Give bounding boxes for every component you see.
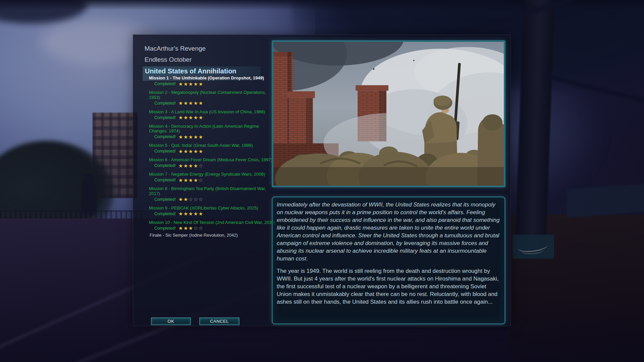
tree-canopy	[0, 0, 87, 23]
star-rating: ★★★☆☆	[178, 226, 204, 231]
campaign-item-endless-october[interactable]: Endless October	[145, 56, 277, 64]
star-rating: ★★★★★	[178, 149, 204, 154]
fence	[0, 210, 146, 225]
background-building	[93, 113, 138, 198]
finale-item[interactable]: Finale - Sic Semper (Iodine Revolution, …	[143, 233, 277, 238]
mission-item[interactable]: Mission 3 - A Land War In Asia (US Invas…	[143, 110, 277, 120]
cancel-button[interactable]: CANCEL	[199, 317, 239, 325]
mission-status-row: Completed! ★★★★★	[143, 115, 277, 120]
mission-status-row: Completed! ★★★☆☆	[143, 226, 277, 231]
bushes	[0, 141, 114, 245]
mission-item[interactable]: Mission 8 - Birmingham Tea Party (Britis…	[143, 186, 277, 202]
campaign-select-dialog: MacArthur's Revenge Endless October Unit…	[133, 35, 511, 326]
graffiti-mark	[520, 245, 544, 255]
mission-item[interactable]: Mission 5 - Quit, India! (Great South As…	[143, 143, 277, 154]
campaign-item-united-states-of-annihilation[interactable]: United States of Annihilation	[143, 66, 261, 76]
star-rating: ★★★★★	[178, 81, 204, 86]
completed-label: Completed!	[154, 178, 176, 182]
mission-status-row: Completed! ★★★★★	[143, 101, 277, 106]
completed-label: Completed!	[154, 226, 176, 231]
awning	[567, 184, 644, 218]
mission-item[interactable]: Mission 6 - American Fever Dream (Medusa…	[143, 158, 277, 168]
mission-status-row: Completed! ★★★★★	[143, 148, 277, 154]
star-rating: ★★★★★	[178, 101, 204, 106]
mission-item[interactable]: Mission 7 - Negative Energy (Energy Synd…	[143, 172, 277, 183]
completed-label: Completed!	[154, 115, 176, 120]
mission-title: Mission 3 - A Land War In Asia (US Invas…	[143, 110, 265, 115]
graffiti-mark	[517, 239, 548, 254]
star-rating: ★★★★★	[178, 115, 204, 120]
mission-item[interactable]: Mission 10 - New Kind Of Tension (2nd Am…	[143, 220, 277, 231]
completed-label: Completed!	[154, 163, 176, 168]
tree-trunk	[515, 0, 554, 258]
star-rating: ★★★★☆	[178, 178, 204, 183]
completed-label: Completed!	[154, 212, 176, 216]
mission-list: Mission 1 - The Unthinkable (Operation D…	[143, 76, 277, 231]
completed-label: Completed!	[154, 149, 176, 154]
ok-button[interactable]: OK	[151, 317, 191, 325]
graffiti-sign	[513, 235, 554, 259]
star-rating: ★★★★☆	[178, 163, 204, 168]
campaign-description: Immediately after the devastation of WWI…	[272, 196, 505, 324]
mission-preview-image	[272, 40, 505, 187]
mission-status-row: Completed! ★★★★★	[143, 134, 277, 139]
star-rating: ★★☆☆☆	[178, 197, 204, 202]
campaign-item-macarthurs-revenge[interactable]: MacArthur's Revenge	[145, 45, 277, 53]
mission-title: Mission 10 - New Kind Of Tension (2nd Am…	[143, 220, 275, 225]
mission-item[interactable]: Mission 1 - The Unthinkable (Operation D…	[143, 76, 277, 86]
mission-title: Mission 8 - Birmingham Tea Party (Britis…	[143, 186, 266, 196]
description-paragraph-1: Immediately after the devastation of WWI…	[277, 201, 500, 262]
completed-label: Completed!	[154, 197, 176, 202]
mission-title: Mission 2 - Megatonopoly (Nuclear Contai…	[143, 90, 266, 100]
mission-title: Mission 6 - American Fever Dream (Medusa…	[143, 158, 272, 163]
mission-status-row: Completed! ★★★★★	[143, 211, 277, 217]
completed-label: Completed!	[154, 134, 176, 139]
star-rating: ★★★★★	[178, 211, 204, 216]
mission-item[interactable]: Mission 2 - Megatonopoly (Nuclear Contai…	[143, 90, 277, 106]
brown-wall	[510, 215, 644, 362]
mission-title: Mission 9 - PEBCAK (XORLibertas Cyber At…	[143, 206, 258, 211]
mission-item[interactable]: Mission 9 - PEBCAK (XORLibertas Cyber At…	[143, 206, 277, 217]
star-rating: ★★★★★	[178, 134, 204, 139]
mission-status-row: Completed! ★★☆☆☆	[143, 197, 277, 202]
description-paragraph-2: The year is 1949. The world is still ree…	[277, 267, 500, 306]
mission-item[interactable]: Mission 4 - Democracy In Action (Latin A…	[143, 124, 277, 140]
tree-branch	[544, 74, 644, 105]
campaign-list-panel: MacArthur's Revenge Endless October Unit…	[143, 35, 277, 326]
mission-title: Mission 1 - The Unthinkable (Operation D…	[143, 76, 264, 81]
mission-title: Mission 4 - Democracy In Action (Latin A…	[143, 124, 259, 134]
mission-status-row: Completed! ★★★★☆	[143, 177, 277, 183]
mission-title: Mission 7 - Negative Energy (Energy Synd…	[143, 172, 265, 177]
mission-status-row: Completed! ★★★★★	[143, 81, 277, 86]
statue-silhouette	[82, 174, 96, 216]
mission-status-row: Completed! ★★★★☆	[143, 163, 277, 168]
leaves-strip	[0, 0, 644, 10]
completed-label: Completed!	[154, 101, 176, 106]
mission-title: Mission 5 - Quit, India! (Great South As…	[143, 143, 253, 148]
preview-illustration	[273, 42, 504, 186]
completed-label: Completed!	[154, 81, 176, 86]
